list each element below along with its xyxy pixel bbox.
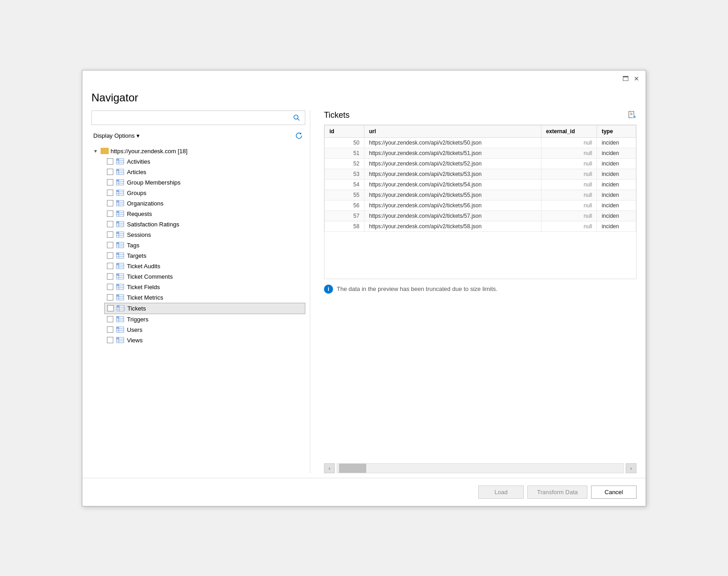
cell-url: https://your.zendesk.com/api/v2/tickets/… [364,179,541,190]
tree-item-checkbox-articles[interactable] [107,169,113,175]
table-icon [116,169,124,175]
tree-item-checkbox-triggers[interactable] [107,316,113,322]
tree-item-checkbox-tags[interactable] [107,242,113,248]
transform-data-button[interactable]: Transform Data [527,486,587,499]
tree-item-tags[interactable]: Tags [104,240,305,250]
cell-external-id: null [541,158,597,169]
svg-rect-56 [116,263,119,265]
cell-url: https://your.zendesk.com/api/v2/tickets/… [364,190,541,200]
column-header-id: id [325,125,364,137]
tree-item-ticket-audits[interactable]: Ticket Audits [104,261,305,271]
tree-item-checkbox-requests[interactable] [107,210,113,217]
tree-item-activities[interactable]: Activities [104,156,305,167]
table-row: 58https://your.zendesk.com/api/v2/ticket… [325,221,636,231]
table-icon [116,284,124,290]
tree-item-checkbox-satisfaction-ratings[interactable] [107,221,113,227]
tree-item-triggers[interactable]: Triggers [104,314,305,325]
tree-item-checkbox-ticket-fields[interactable] [107,284,113,290]
tree-item-satisfaction-ratings[interactable]: Satisfaction Ratings [104,219,305,230]
tree-item-checkbox-users[interactable] [107,326,113,333]
tree-item-views[interactable]: Views [104,335,305,346]
tree-item-checkbox-groups[interactable] [107,190,113,196]
tree-item-ticket-comments[interactable]: Ticket Comments [104,271,305,282]
maximize-button[interactable]: 🗖 [620,73,631,84]
cell-type: inciden [597,148,636,158]
tree-item-tickets[interactable]: Tickets [104,303,305,314]
tree-item-requests[interactable]: Requests [104,209,305,219]
tree-item-checkbox-group-memberships[interactable] [107,179,113,185]
search-button[interactable] [288,111,305,125]
svg-rect-31 [116,211,119,213]
cell-external-id: null [541,169,597,179]
navigator-window: 🗖 ✕ Navigator [82,70,646,506]
tree-item-label-sessions: Sessions [127,231,303,238]
tree-item-label-ticket-comments: Ticket Comments [127,273,303,280]
tree-item-checkbox-ticket-audits[interactable] [107,263,113,269]
tree-item-label-groups: Groups [127,190,303,196]
tree-item-label-requests: Requests [127,210,303,217]
tree-item-label-activities: Activities [127,158,303,165]
scroll-left-button[interactable]: ‹ [324,463,335,473]
tree-item-sessions[interactable]: Sessions [104,230,305,240]
app-title: Navigator [91,91,637,104]
svg-rect-6 [116,159,119,160]
tree-item-checkbox-organizations[interactable] [107,200,113,206]
load-button[interactable]: Load [478,486,524,499]
tree-item-organizations[interactable]: Organizations [104,198,305,209]
left-panel-refresh-button[interactable] [293,130,305,142]
cell-id: 55 [325,190,364,200]
preview-header: Tickets [324,110,637,120]
cancel-button[interactable]: Cancel [591,486,637,499]
tree-item-checkbox-activities[interactable] [107,158,113,165]
svg-rect-76 [117,306,119,307]
tree-item-checkbox-targets[interactable] [107,252,113,259]
tree-item-label-articles: Articles [127,169,303,175]
cell-id: 54 [325,179,364,190]
svg-rect-36 [116,221,119,223]
tree-item-group-memberships[interactable]: Group Memberships [104,177,305,188]
cell-url: https://your.zendesk.com/api/v2/tickets/… [364,158,541,169]
data-table: idurlexternal_idtype 50https://your.zend… [324,125,636,232]
svg-rect-66 [116,284,119,286]
tree-item-ticket-metrics[interactable]: Ticket Metrics [104,292,305,303]
right-panel: Tickets idu [315,110,637,473]
tree-item-users[interactable]: Users [104,325,305,335]
cell-url: https://your.zendesk.com/api/v2/tickets/… [364,137,541,148]
tree-item-label-group-memberships: Group Memberships [127,179,303,186]
cell-url: https://your.zendesk.com/api/v2/tickets/… [364,210,541,221]
cell-type: inciden [597,169,636,179]
table-row: 55https://your.zendesk.com/api/v2/ticket… [325,190,636,200]
cell-type: inciden [597,179,636,190]
tree-item-targets[interactable]: Targets [104,250,305,261]
cell-type: inciden [597,137,636,148]
tree-item-checkbox-tickets[interactable] [107,305,114,311]
close-button[interactable]: ✕ [631,73,642,84]
tree-root-item[interactable]: ▼ https://your.zendesk.com [18] [91,146,305,156]
tree-item-checkbox-sessions[interactable] [107,231,113,238]
search-input[interactable] [92,112,288,123]
tree-item-checkbox-views[interactable] [107,337,113,343]
truncated-notice: i The data in the preview has been trunc… [324,285,637,294]
tree-children: Activities Articles [91,156,305,346]
svg-rect-46 [116,242,119,244]
table-icon [116,294,124,301]
title-bar: 🗖 ✕ [82,70,646,87]
cell-url: https://your.zendesk.com/api/v2/tickets/… [364,221,541,231]
table-icon [116,316,124,322]
refresh-icon [295,132,303,140]
table-icon [116,337,124,343]
tree-item-checkbox-ticket-comments[interactable] [107,273,113,280]
scroll-thumb[interactable] [339,464,366,473]
tree-item-checkbox-ticket-metrics[interactable] [107,294,113,301]
scroll-right-button[interactable]: › [626,463,637,473]
table-row: 52https://your.zendesk.com/api/v2/ticket… [325,158,636,169]
display-options-button[interactable]: Display Options ▾ [91,131,142,140]
tree-item-articles[interactable]: Articles [104,167,305,177]
cell-external-id: null [541,137,597,148]
cell-external-id: null [541,200,597,210]
tree-item-groups[interactable]: Groups [104,188,305,198]
svg-rect-11 [116,169,119,171]
tree-item-ticket-fields[interactable]: Ticket Fields [104,282,305,292]
table-icon [116,242,124,248]
table-row: 53https://your.zendesk.com/api/v2/ticket… [325,169,636,179]
